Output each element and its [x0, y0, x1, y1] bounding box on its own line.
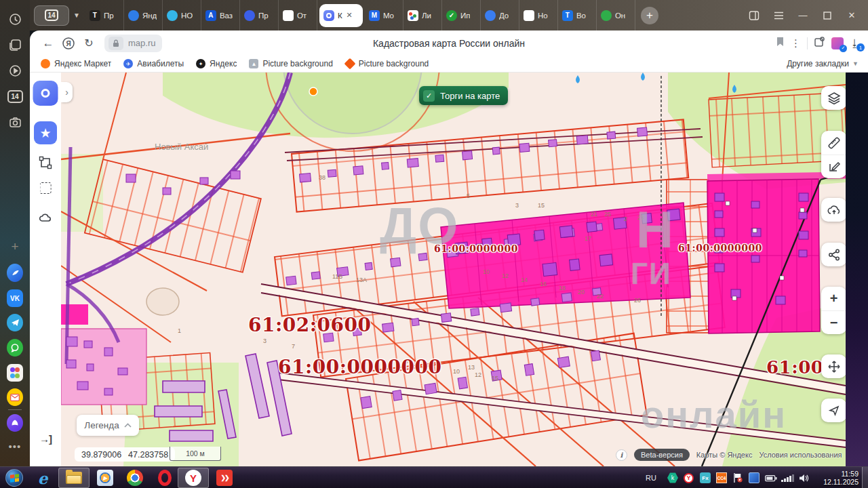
- mapru-logo[interactable]: [33, 81, 58, 106]
- pan-button[interactable]: [821, 354, 846, 378]
- toolbar-menu-icon[interactable]: ⋮: [791, 37, 801, 49]
- refresh-button[interactable]: ↻: [79, 33, 99, 54]
- address-bar[interactable]: map.ru: [104, 35, 162, 52]
- vk-icon[interactable]: VK: [7, 290, 23, 306]
- yandex-browser-taskbar-icon[interactable]: Y: [184, 469, 202, 487]
- terms-link[interactable]: Условия использования: [759, 451, 842, 459]
- bookmark-item[interactable]: Яндекс Маркет: [41, 59, 111, 68]
- screenshot-camera-icon[interactable]: [7, 114, 23, 130]
- alice-icon[interactable]: [7, 415, 23, 431]
- pan-control: [821, 354, 846, 378]
- yandex-tray-icon[interactable]: Y: [684, 467, 694, 488]
- tab-close-icon[interactable]: ✕: [347, 11, 353, 20]
- whatsapp-icon[interactable]: [7, 340, 23, 356]
- zoom-out-button[interactable]: −: [821, 310, 846, 334]
- bookmark-item[interactable]: ✦Яндекс: [196, 59, 237, 68]
- parcel-number: 20: [578, 289, 585, 296]
- opera-icon[interactable]: [156, 469, 174, 487]
- rail-tab-counter[interactable]: 14: [7, 88, 23, 104]
- sync-tray-icon[interactable]: [749, 467, 760, 488]
- ruler-button[interactable]: [821, 131, 846, 155]
- panel-expand-chevron[interactable]: ›: [61, 82, 73, 102]
- history-clock-icon[interactable]: [7, 11, 23, 27]
- file-explorer-icon[interactable]: [65, 469, 83, 487]
- cloud-icon[interactable]: [38, 211, 53, 226]
- browser-tab[interactable]: НО: [163, 0, 201, 30]
- browser-tab[interactable]: ТПр: [85, 0, 124, 30]
- maximize-button[interactable]: [818, 6, 837, 25]
- yandex-home-button[interactable]: Я: [58, 33, 79, 54]
- bookmark-item[interactable]: ✈Авиабилеты: [123, 59, 184, 68]
- volume-icon[interactable]: [799, 467, 809, 488]
- layers-button[interactable]: [821, 86, 846, 110]
- torgi-button[interactable]: ✓ Торги на карте: [419, 86, 508, 105]
- back-button[interactable]: ←: [38, 33, 58, 54]
- browser-tab[interactable]: ✚Но: [519, 0, 558, 30]
- my-location-button[interactable]: [821, 399, 846, 422]
- show-desktop-button[interactable]: [862, 467, 868, 488]
- cc4-tray-icon[interactable]: CC4: [716, 467, 727, 488]
- internet-explorer-icon[interactable]: e: [34, 469, 52, 487]
- tab-counter[interactable]: 14: [34, 5, 69, 26]
- video-play-icon[interactable]: [7, 62, 23, 79]
- taskbar-clock[interactable]: 11:59 12.11.2025: [823, 467, 859, 488]
- chrome-icon[interactable]: [126, 469, 144, 487]
- tab-title: Янд: [142, 12, 157, 20]
- parcel-number: 3: [515, 202, 519, 209]
- fx-tray-icon[interactable]: Fx: [700, 467, 711, 488]
- info-icon[interactable]: i: [616, 449, 627, 461]
- edit-button[interactable]: [821, 155, 846, 178]
- browser-tab[interactable]: До: [481, 0, 519, 30]
- parcel-number: 25: [604, 211, 611, 218]
- browser-tab[interactable]: ТВо: [558, 0, 597, 30]
- language-indicator[interactable]: RU: [646, 467, 656, 488]
- red-arrows-app-icon[interactable]: ❯❯: [216, 469, 233, 487]
- side-panel-icon[interactable]: [745, 6, 764, 25]
- tabs-panel-icon[interactable]: [7, 37, 23, 53]
- zoom-in-button[interactable]: +: [821, 287, 846, 310]
- browser-tab[interactable]: Янд: [124, 0, 163, 30]
- minimize-button[interactable]: —: [793, 6, 812, 25]
- new-tab-button[interactable]: +: [641, 7, 658, 24]
- media-player-icon[interactable]: ▶: [96, 469, 114, 487]
- menu-icon[interactable]: [769, 6, 788, 25]
- select-region-icon[interactable]: [40, 182, 52, 194]
- browser-tab[interactable]: ✓Ип: [442, 0, 481, 30]
- telegram-icon[interactable]: [7, 314, 23, 331]
- yandex-mail-icon[interactable]: [7, 389, 23, 405]
- legend-button[interactable]: Легенда: [77, 415, 139, 436]
- share-button[interactable]: [821, 243, 846, 266]
- downloads-icon[interactable]: ⭳ 1: [850, 37, 860, 49]
- tab-counter-chevron-icon[interactable]: ▼: [73, 12, 80, 19]
- yandex-services-icon[interactable]: [7, 365, 23, 381]
- cloud-upload-button[interactable]: [821, 198, 846, 222]
- browser-tab[interactable]: ✚От: [279, 0, 317, 30]
- bookmark-item[interactable]: Picture background: [345, 59, 429, 68]
- bookmark-flag-icon[interactable]: [776, 37, 785, 49]
- rail-more-icon[interactable]: •••: [7, 438, 23, 454]
- lock-icon[interactable]: [108, 37, 123, 50]
- network-signal-icon[interactable]: [781, 467, 794, 488]
- browser-tab[interactable]: Ли: [403, 0, 442, 30]
- extension-checked-icon[interactable]: [831, 37, 844, 49]
- measure-area-icon[interactable]: [38, 155, 53, 170]
- bookmark-item[interactable]: ▲Picture background: [249, 59, 332, 68]
- browser-tab[interactable]: Пр: [240, 0, 279, 30]
- battery-icon[interactable]: [765, 467, 777, 488]
- other-bookmarks[interactable]: Другие закладки ▼: [787, 59, 868, 68]
- extension-icon[interactable]: [814, 36, 825, 50]
- browser-tab[interactable]: ММо: [365, 0, 403, 30]
- kaspersky-tray-icon[interactable]: k: [667, 467, 678, 488]
- yandex-browser-icon[interactable]: [7, 264, 23, 281]
- login-icon[interactable]: →]: [39, 433, 52, 445]
- measure-controls: [821, 131, 846, 178]
- map-canvas[interactable]: › ✓ Торги на карте Новый Аксай 61:00:000…: [61, 73, 846, 466]
- start-button[interactable]: [5, 469, 23, 487]
- browser-tab[interactable]: Он: [597, 0, 635, 30]
- add-panel-icon[interactable]: +: [7, 239, 23, 255]
- browser-tab[interactable]: К✕: [319, 4, 363, 27]
- browser-tab[interactable]: АВаз: [201, 0, 240, 30]
- close-button[interactable]: ✕: [842, 6, 861, 25]
- action-center-flag-icon[interactable]: [732, 467, 743, 488]
- favorites-star-button[interactable]: ★: [34, 121, 57, 144]
